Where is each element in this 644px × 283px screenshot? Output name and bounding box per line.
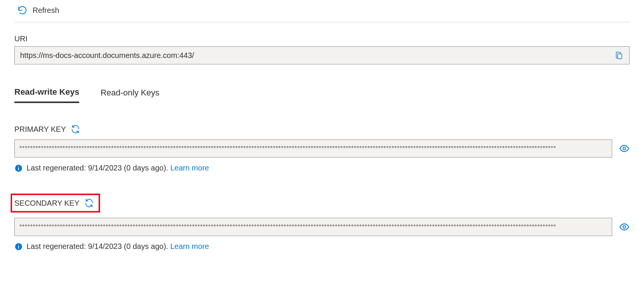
- svg-point-5: [623, 226, 626, 228]
- regenerate-primary-key-button[interactable]: [71, 124, 80, 134]
- svg-rect-3: [18, 167, 19, 170]
- primary-key-field: ****************************************…: [14, 139, 612, 158]
- svg-rect-0: [617, 54, 622, 59]
- regenerate-icon: [71, 124, 80, 134]
- primary-key-info-msg: Last regenerated: 9/14/2023 (0 days ago)…: [27, 164, 170, 172]
- info-icon: [14, 164, 23, 172]
- toolbar: Refresh: [14, 0, 630, 22]
- tab-read-only-keys[interactable]: Read-only Keys: [100, 87, 159, 103]
- keys-tabs: Read-write Keys Read-only Keys: [14, 87, 630, 103]
- copy-icon: [615, 51, 623, 59]
- refresh-button[interactable]: Refresh: [14, 4, 62, 17]
- uri-field: [14, 46, 630, 64]
- primary-key-info-text: Last regenerated: 9/14/2023 (0 days ago)…: [27, 164, 209, 172]
- secondary-key-field: ****************************************…: [14, 218, 612, 236]
- refresh-label: Refresh: [33, 6, 59, 15]
- secondary-key-value: ****************************************…: [19, 223, 556, 231]
- secondary-key-header: SECONDARY KEY: [11, 194, 100, 213]
- svg-rect-4: [18, 166, 19, 167]
- eye-icon: [619, 222, 630, 232]
- secondary-key-info-row: Last regenerated: 9/14/2023 (0 days ago)…: [14, 242, 630, 251]
- refresh-icon: [17, 5, 27, 15]
- show-primary-key-button[interactable]: [619, 143, 630, 154]
- secondary-learn-more-link[interactable]: Learn more: [170, 242, 209, 250]
- primary-learn-more-link[interactable]: Learn more: [170, 164, 209, 172]
- show-secondary-key-button[interactable]: [619, 222, 630, 232]
- svg-rect-7: [18, 246, 19, 249]
- svg-point-1: [623, 147, 626, 150]
- primary-key-row: ****************************************…: [14, 139, 630, 158]
- regenerate-secondary-key-button[interactable]: [84, 198, 94, 208]
- primary-key-label: PRIMARY KEY: [14, 125, 66, 134]
- uri-input[interactable]: [19, 51, 613, 60]
- primary-key-value: ****************************************…: [19, 145, 556, 152]
- secondary-key-section: SECONDARY KEY **************************…: [14, 194, 630, 251]
- primary-key-header: PRIMARY KEY: [14, 124, 630, 134]
- secondary-key-row: ****************************************…: [14, 218, 630, 236]
- tab-read-write-keys[interactable]: Read-write Keys: [14, 87, 79, 103]
- eye-icon: [619, 143, 630, 154]
- copy-uri-button[interactable]: [613, 51, 625, 59]
- secondary-key-info-msg: Last regenerated: 9/14/2023 (0 days ago)…: [27, 242, 170, 250]
- primary-key-info-row: Last regenerated: 9/14/2023 (0 days ago)…: [14, 164, 630, 172]
- regenerate-icon: [84, 198, 94, 208]
- uri-label: URI: [14, 34, 630, 43]
- svg-rect-8: [18, 244, 19, 245]
- primary-key-section: PRIMARY KEY ****************************…: [14, 124, 630, 172]
- info-icon: [14, 242, 23, 251]
- secondary-key-label: SECONDARY KEY: [14, 199, 80, 208]
- secondary-key-info-text: Last regenerated: 9/14/2023 (0 days ago)…: [27, 242, 209, 251]
